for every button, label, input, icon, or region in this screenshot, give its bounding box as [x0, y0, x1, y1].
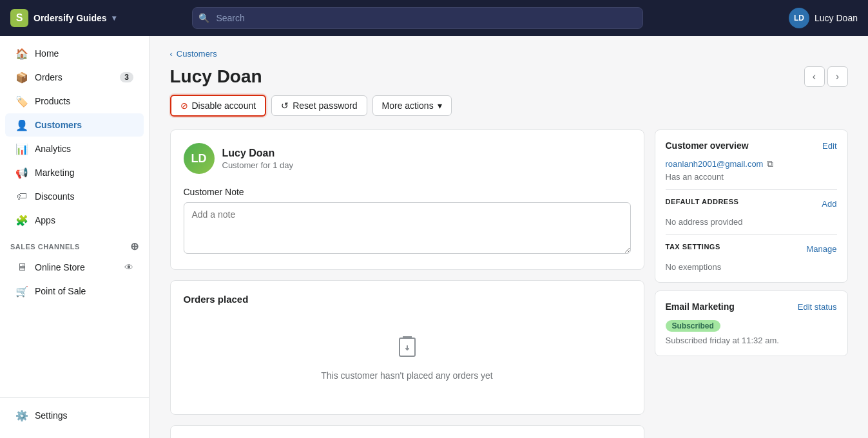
sidebar-item-orders[interactable]: 📦 Orders 3	[5, 66, 144, 89]
sidebar-label-discounts: Discounts	[35, 191, 74, 202]
sidebar-label-settings: Settings	[35, 410, 68, 421]
marketing-icon: 📢	[15, 166, 28, 179]
breadcrumb-label: Customers	[177, 49, 217, 59]
settings-icon: ⚙️	[15, 409, 28, 422]
sidebar-label-pos: Point of Sale	[35, 286, 86, 296]
panel-divider-1	[666, 189, 837, 190]
orders-empty-state: This customer hasn't placed any orders y…	[184, 315, 631, 401]
user-name: Lucy Doan	[815, 13, 858, 23]
sidebar-item-discounts[interactable]: 🏷 Discounts	[5, 185, 144, 208]
orders-empty-icon	[396, 336, 419, 364]
address-panel-header: DEFAULT ADDRESS Add	[666, 198, 837, 209]
email-marketing-header: Email Marketing Edit status	[666, 301, 837, 312]
orders-title: Orders placed	[184, 294, 631, 305]
timeline-card: Timeline ✓ Show comments LD 😊	[170, 425, 644, 438]
sidebar-item-customers[interactable]: 👤 Customers	[5, 113, 144, 137]
sidebar-bottom: ⚙️ Settings	[0, 397, 149, 438]
customer-info: LD Lucy Doan Customer for 1 day	[184, 143, 631, 174]
account-status: Has an account	[666, 172, 837, 182]
customer-card: LD Lucy Doan Customer for 1 day Customer…	[170, 129, 644, 270]
sidebar-label-online-store: Online Store	[35, 262, 85, 272]
tax-panel-header: TAX SETTINGS Manage	[666, 243, 837, 254]
note-label: Customer Note	[184, 187, 631, 197]
customer-name: Lucy Doan	[222, 148, 294, 159]
brand-name: Ordersify Guides	[34, 13, 107, 23]
main-content: ‹ Customers Lucy Doan ⊘ Disable account …	[149, 36, 868, 438]
reset-password-button[interactable]: ↺ Reset password	[271, 95, 367, 116]
right-column: Customer overview Edit roanlanh2001@gmai…	[655, 129, 848, 438]
address-add-button[interactable]: Add	[822, 199, 836, 209]
customer-note-input[interactable]	[184, 202, 631, 254]
sidebar-item-apps[interactable]: 🧩 Apps	[5, 209, 144, 232]
orders-empty-text: This customer hasn't placed any orders y…	[321, 370, 492, 381]
more-actions-button[interactable]: More actions ▾	[372, 95, 452, 116]
sidebar-label-marketing: Marketing	[35, 167, 74, 178]
overview-panel-header: Customer overview Edit	[666, 140, 837, 151]
copy-email-icon[interactable]: ⧉	[767, 158, 773, 169]
shopify-icon: S	[10, 9, 28, 27]
overview-title: Customer overview	[666, 140, 749, 151]
sidebar-item-online-store[interactable]: 🖥 Online Store 👁	[5, 256, 144, 279]
customer-overview-panel: Customer overview Edit roanlanh2001@gmai…	[655, 129, 848, 283]
left-column: LD Lucy Doan Customer for 1 day Customer…	[170, 129, 644, 438]
topnav: S Ordersify Guides ▾ 🔍 LD Lucy Doan	[0, 0, 868, 36]
page-actions: ⊘ Disable account ↺ Reset password More …	[170, 95, 452, 117]
products-icon: 🏷️	[15, 95, 28, 108]
email-marketing-title: Email Marketing	[666, 301, 735, 312]
panel-divider-2	[666, 234, 837, 235]
page-title: Lucy Doan	[170, 66, 452, 87]
breadcrumb[interactable]: ‹ Customers	[170, 49, 848, 59]
disable-account-button[interactable]: ⊘ Disable account	[170, 95, 267, 117]
sidebar-label-analytics: Analytics	[35, 144, 71, 154]
nav-prev-button[interactable]: ‹	[804, 66, 825, 87]
customer-email[interactable]: roanlanh2001@gmail.com	[666, 159, 764, 169]
sidebar-nav: 🏠 Home 📦 Orders 3 🏷️ Products 👤 Customer…	[0, 36, 149, 397]
tax-title: TAX SETTINGS	[666, 243, 720, 251]
home-icon: 🏠	[15, 47, 28, 60]
customer-avatar: LD	[184, 143, 215, 174]
reset-label: Reset password	[293, 100, 357, 111]
sidebar-item-home[interactable]: 🏠 Home	[5, 42, 144, 65]
customer-subtitle: Customer for 1 day	[222, 160, 294, 170]
sidebar-item-products[interactable]: 🏷️ Products	[5, 90, 144, 113]
search-icon: 🔍	[198, 13, 209, 23]
tax-manage-button[interactable]: Manage	[807, 244, 837, 254]
online-store-icon: 🖥	[15, 261, 28, 274]
email-row: roanlanh2001@gmail.com ⧉	[666, 158, 837, 169]
reset-icon: ↺	[281, 100, 289, 111]
disable-label: Disable account	[192, 100, 256, 111]
no-exemptions: No exemptions	[666, 262, 837, 272]
overview-edit-button[interactable]: Edit	[822, 141, 836, 151]
page-header: Lucy Doan ⊘ Disable account ↺ Reset pass…	[170, 66, 848, 117]
sidebar-item-point-of-sale[interactable]: 🛒 Point of Sale	[5, 280, 144, 303]
nav-arrows: ‹ ›	[804, 66, 848, 87]
search-input[interactable]	[192, 7, 643, 29]
sales-channels-section: SALES CHANNELS ⊕	[0, 233, 149, 255]
apps-icon: 🧩	[15, 214, 28, 227]
brand-chevron-icon: ▾	[112, 14, 116, 23]
more-actions-label: More actions	[382, 100, 434, 111]
sidebar-label-customers: Customers	[35, 120, 82, 130]
nav-next-button[interactable]: ›	[827, 66, 848, 87]
sidebar-item-analytics[interactable]: 📊 Analytics	[5, 137, 144, 160]
more-actions-chevron-icon: ▾	[438, 100, 442, 111]
sidebar-label-products: Products	[35, 96, 70, 106]
sidebar-item-marketing[interactable]: 📢 Marketing	[5, 161, 144, 184]
user-avatar: LD	[789, 8, 809, 28]
brand-logo[interactable]: S Ordersify Guides ▾	[10, 9, 116, 27]
breadcrumb-arrow-icon: ‹	[170, 49, 173, 59]
search-area: 🔍	[192, 7, 643, 29]
user-menu[interactable]: LD Lucy Doan	[789, 8, 858, 28]
sidebar-label-orders: Orders	[35, 72, 63, 82]
orders-card: Orders placed This customer hasn't place…	[170, 280, 644, 415]
sidebar-label-apps: Apps	[35, 215, 55, 225]
pos-icon: 🛒	[15, 285, 28, 298]
edit-status-button[interactable]: Edit status	[798, 302, 837, 312]
sidebar-item-settings[interactable]: ⚙️ Settings	[5, 404, 144, 427]
email-marketing-panel: Email Marketing Edit status Subscribed S…	[655, 290, 848, 356]
no-address: No address provided	[666, 217, 837, 227]
address-title: DEFAULT ADDRESS	[666, 198, 739, 205]
online-store-settings-icon[interactable]: 👁	[124, 262, 133, 272]
add-sales-channel-icon[interactable]: ⊕	[130, 240, 139, 252]
orders-icon: 📦	[15, 71, 28, 84]
